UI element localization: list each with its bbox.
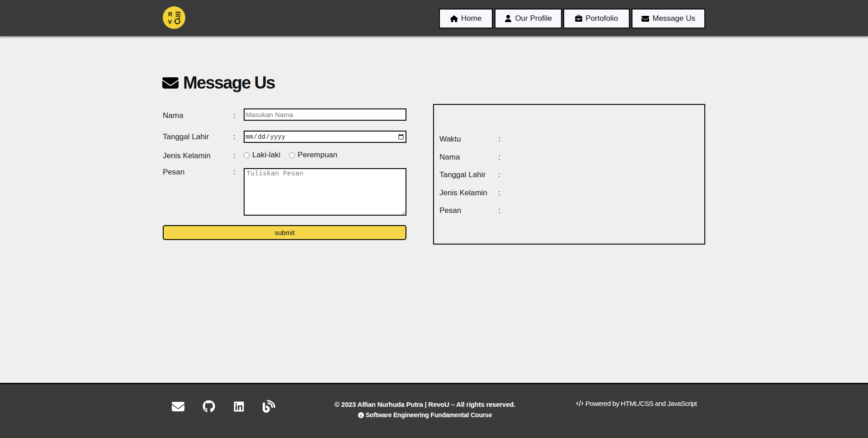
svg-text:R: R (168, 11, 172, 18)
svg-text:V: V (168, 19, 172, 25)
